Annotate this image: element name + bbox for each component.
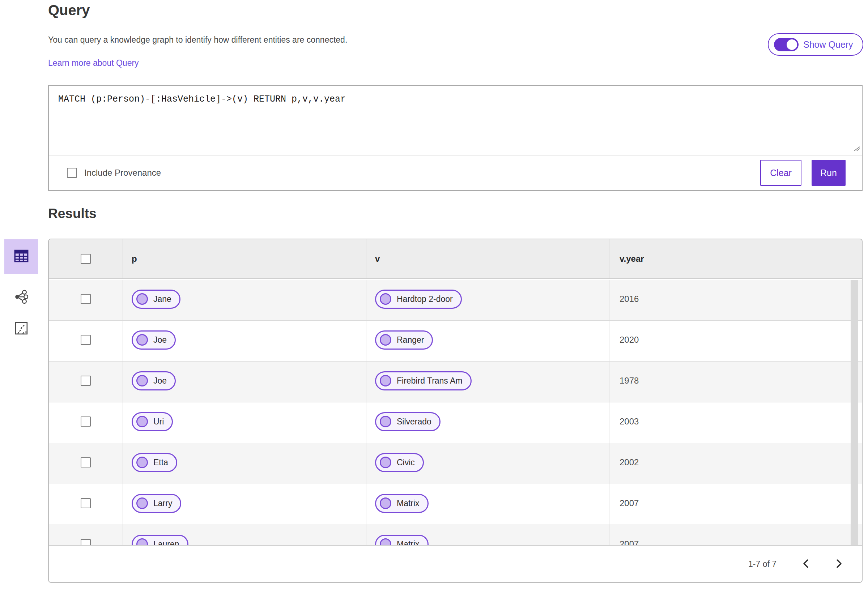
view-switcher — [4, 239, 38, 337]
entity-node-icon — [380, 457, 391, 468]
table-view-icon — [14, 249, 28, 264]
include-provenance-checkbox[interactable] — [67, 168, 77, 178]
pill-label: Matrix — [397, 498, 419, 509]
entity-pill-v[interactable]: Silverado — [375, 412, 440, 431]
chevron-left-icon — [802, 558, 810, 570]
toggle-knob — [787, 40, 797, 50]
run-button[interactable]: Run — [812, 160, 846, 186]
entity-pill-v[interactable]: Ranger — [375, 330, 433, 349]
entity-node-icon — [136, 375, 148, 386]
pill-label: Joe — [154, 376, 167, 386]
year-value: 2020 — [620, 335, 639, 345]
entity-node-icon — [380, 416, 391, 427]
pill-label: Hardtop 2-door — [397, 294, 453, 304]
row-checkbox[interactable] — [81, 376, 91, 386]
entity-node-icon — [136, 497, 148, 509]
year-value: 2002 — [620, 457, 639, 467]
row-checkbox[interactable] — [81, 335, 91, 345]
entity-pill-v[interactable]: Hardtop 2-door — [375, 290, 462, 309]
pill-label: Larry — [154, 498, 172, 509]
entity-pill-p[interactable]: Jane — [131, 290, 180, 309]
entity-pill-p[interactable]: Uri — [131, 412, 173, 431]
scrollbar-thumb[interactable] — [851, 280, 858, 547]
table-view-button[interactable] — [4, 239, 38, 274]
pill-label: Ranger — [397, 335, 424, 345]
learn-more-link[interactable]: Learn more about Query — [48, 58, 139, 68]
year-value: 2003 — [620, 417, 639, 427]
entity-pill-p[interactable]: Joe — [131, 330, 176, 349]
prev-page-button[interactable] — [802, 558, 810, 570]
column-header-v: v — [366, 239, 609, 279]
column-header-vyear: v.year — [609, 239, 854, 279]
page-title: Query — [48, 2, 90, 18]
pill-label: Joe — [154, 335, 167, 345]
next-page-button[interactable] — [835, 558, 843, 570]
map-view-button[interactable] — [4, 321, 38, 337]
graph-view-icon — [14, 290, 28, 305]
query-editor-panel: MATCH (p:Person)-[:HasVehicle]->(v) RETU… — [48, 85, 862, 191]
entity-node-icon — [136, 293, 148, 305]
pagination-bar: 1-7 of 7 — [49, 545, 862, 582]
pill-label: Firebird Trans Am — [397, 376, 462, 386]
pill-label: Civic — [397, 458, 415, 467]
pill-label: Jane — [154, 294, 171, 304]
pagination-range: 1-7 of 7 — [748, 559, 776, 569]
entity-pill-v[interactable]: Matrix — [375, 494, 428, 513]
show-query-label: Show Query — [803, 40, 853, 50]
table-body: Jane Hardtop 2-door 2016 Joe Ranger 2020 — [49, 280, 862, 583]
row-checkbox[interactable] — [81, 498, 91, 509]
entity-node-icon — [380, 497, 391, 509]
graph-view-button[interactable] — [4, 290, 38, 305]
entity-node-icon — [380, 375, 391, 386]
year-value: 1978 — [620, 376, 639, 386]
query-description: You can query a knowledge graph to ident… — [48, 35, 347, 45]
show-query-toggle[interactable]: Show Query — [768, 33, 863, 56]
table-row: Etta Civic 2002 — [49, 443, 862, 484]
scrollbar-header-gutter — [854, 239, 862, 279]
resize-grip-icon[interactable] — [851, 145, 860, 153]
entity-node-icon — [136, 334, 148, 346]
table-header: p v v.year — [49, 239, 862, 279]
table-row: Uri Silverado 2003 — [49, 402, 862, 443]
include-provenance-label: Include Provenance — [84, 168, 161, 178]
row-checkbox[interactable] — [81, 457, 91, 467]
query-textarea[interactable]: MATCH (p:Person)-[:HasVehicle]->(v) RETU… — [49, 86, 862, 155]
table-scrollbar[interactable] — [851, 280, 858, 547]
query-footer-bar: Include Provenance Clear Run — [49, 155, 862, 190]
chevron-right-icon — [835, 558, 843, 570]
year-value: 2016 — [620, 294, 639, 304]
table-row: Jane Hardtop 2-door 2016 — [49, 280, 862, 321]
pill-label: Uri — [154, 417, 164, 427]
entity-node-icon — [380, 334, 391, 346]
select-all-checkbox[interactable] — [81, 254, 91, 264]
year-value: 2007 — [620, 498, 639, 509]
table-row: Larry Matrix 2007 — [49, 484, 862, 525]
pill-label: Etta — [154, 458, 168, 467]
entity-node-icon — [380, 293, 391, 305]
pill-label: Silverado — [397, 417, 431, 427]
map-view-icon — [15, 321, 28, 337]
toggle-switch-icon[interactable] — [774, 38, 799, 52]
row-checkbox[interactable] — [81, 294, 91, 304]
row-checkbox[interactable] — [81, 417, 91, 427]
entity-node-icon — [136, 457, 148, 468]
table-row: Joe Firebird Trans Am 1978 — [49, 361, 862, 402]
entity-pill-p[interactable]: Etta — [131, 453, 177, 472]
entity-pill-v[interactable]: Civic — [375, 453, 424, 472]
entity-node-icon — [136, 416, 148, 427]
query-editor: MATCH (p:Person)-[:HasVehicle]->(v) RETU… — [49, 86, 862, 155]
entity-pill-v[interactable]: Firebird Trans Am — [375, 371, 472, 391]
entity-pill-p[interactable]: Larry — [131, 494, 181, 513]
entity-pill-p[interactable]: Joe — [131, 371, 176, 391]
results-table: p v v.year Jane Hardtop 2-door 2016 Joe — [48, 239, 862, 583]
column-header-p: p — [123, 239, 366, 279]
results-title: Results — [48, 206, 97, 221]
table-row: Joe Ranger 2020 — [49, 321, 862, 361]
clear-button[interactable]: Clear — [760, 160, 802, 186]
